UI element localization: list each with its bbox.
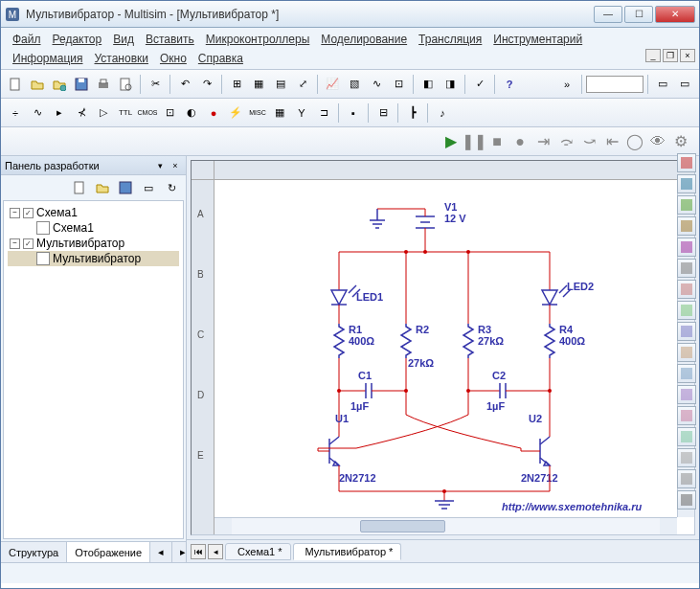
step-into-icon[interactable]: ⇥: [532, 131, 553, 152]
tree-child-multivibrator[interactable]: Мультивибратор: [8, 251, 179, 266]
search-combo[interactable]: [586, 76, 644, 93]
oscilloscope-icon[interactable]: [677, 216, 696, 236]
save-button[interactable]: [71, 74, 92, 95]
tab-nav-prev[interactable]: ◂: [208, 544, 223, 559]
power-icon[interactable]: ⚡: [225, 102, 246, 124]
view1-icon[interactable]: ▭: [652, 74, 673, 95]
word-gen-icon[interactable]: [677, 301, 696, 320]
cmos-icon[interactable]: CMOS: [137, 102, 158, 124]
panel-dropdown-icon[interactable]: ▾: [153, 159, 167, 172]
new-button[interactable]: [5, 74, 26, 95]
new-doc-icon[interactable]: [69, 177, 90, 198]
redo-button[interactable]: ↷: [196, 74, 217, 95]
logic-analyzer-icon[interactable]: [677, 322, 696, 341]
menu-transfer[interactable]: Трансляция: [413, 31, 487, 48]
iv-analyzer-icon[interactable]: [677, 364, 696, 383]
schematic-canvas[interactable]: V1 12 V: [215, 180, 694, 517]
tree-root-multivibrator[interactable]: − Мультивибратор: [8, 236, 179, 251]
menu-view[interactable]: Вид: [107, 31, 140, 48]
component-v1[interactable]: V1 12 V: [416, 201, 466, 228]
tek-scope-icon[interactable]: [677, 490, 696, 510]
indicator-icon[interactable]: ●: [203, 102, 224, 124]
elcheck-icon[interactable]: ✓: [469, 74, 490, 95]
open2-button[interactable]: [49, 74, 70, 95]
open-doc-icon[interactable]: [92, 177, 113, 198]
print-preview-button[interactable]: [115, 74, 136, 95]
junction-icon[interactable]: ♪: [432, 102, 453, 124]
diode-icon[interactable]: ▸: [49, 102, 70, 124]
print-button[interactable]: [93, 74, 114, 95]
collapse-icon[interactable]: −: [10, 238, 20, 249]
source-icon[interactable]: ÷: [5, 102, 26, 124]
spectrum-icon[interactable]: [677, 406, 696, 425]
logic-converter-icon[interactable]: [677, 343, 696, 362]
component-q2[interactable]: U2 2N2712: [521, 413, 558, 484]
menu-tools[interactable]: Инструментарий: [487, 31, 588, 48]
design-tree[interactable]: − Схема1 Схема1 − Мультивибратор Мультив…: [3, 200, 184, 539]
basic-icon[interactable]: ∿: [27, 102, 48, 124]
transistor-icon[interactable]: ⊀: [71, 102, 92, 124]
menu-edit[interactable]: Редактор: [47, 31, 108, 48]
view-doc-icon[interactable]: ▭: [138, 177, 159, 198]
tab-structure[interactable]: Структура: [1, 542, 67, 562]
collapse-icon[interactable]: −: [10, 208, 20, 218]
bode-plotter-icon[interactable]: [677, 259, 696, 278]
postproc-icon[interactable]: ▧: [344, 74, 365, 95]
advanced-icon[interactable]: ▦: [269, 102, 290, 124]
window-close-button[interactable]: ✕: [655, 6, 695, 23]
distortion-icon[interactable]: [677, 385, 696, 404]
component-icon[interactable]: ◧: [418, 74, 439, 95]
breadboard-icon[interactable]: ⊡: [388, 74, 409, 95]
component-r3[interactable]: R3 27kΩ: [463, 324, 504, 358]
refresh-icon[interactable]: ↻: [161, 177, 182, 198]
window-full-icon[interactable]: ⊞: [226, 74, 247, 95]
freq-counter-icon[interactable]: [677, 280, 696, 299]
bus-icon[interactable]: ┣: [402, 102, 423, 124]
checkbox-icon[interactable]: [23, 208, 34, 218]
tab-nav-first[interactable]: ⏮: [191, 544, 206, 559]
settings-icon[interactable]: ⚙: [670, 131, 691, 152]
multimeter-icon[interactable]: [677, 153, 696, 172]
hier-icon[interactable]: ⊟: [373, 102, 394, 124]
checkbox-icon[interactable]: [23, 238, 34, 249]
menu-window[interactable]: Окно: [154, 50, 192, 67]
electromech-icon[interactable]: ⊐: [313, 102, 334, 124]
component-ground-bottom[interactable]: [435, 491, 454, 509]
pause-button[interactable]: ❚❚: [463, 131, 485, 152]
menu-settings[interactable]: Установки: [88, 50, 153, 67]
mdi-restore-button[interactable]: ❐: [663, 49, 678, 62]
menu-simulate[interactable]: Моделирование: [315, 31, 413, 48]
step-back-icon[interactable]: ⇤: [601, 131, 622, 152]
zoom-fit-icon[interactable]: ⤢: [292, 74, 313, 95]
tab-display[interactable]: Отображение: [67, 542, 150, 562]
run-button[interactable]: ▶: [440, 131, 462, 152]
function-gen-icon[interactable]: [677, 174, 696, 193]
mixed-icon[interactable]: ◐: [181, 102, 202, 124]
step-over-icon[interactable]: ⤼: [555, 131, 576, 152]
view2-icon[interactable]: ▭: [674, 74, 695, 95]
window-minimize-button[interactable]: —: [594, 6, 622, 23]
mdi-close-button[interactable]: ×: [680, 49, 695, 62]
ag-scope-icon[interactable]: [677, 448, 696, 467]
wattmeter-icon[interactable]: [677, 195, 696, 215]
spreadsheet-icon[interactable]: ▦: [248, 74, 269, 95]
menu-help[interactable]: Справка: [192, 50, 249, 67]
ttl-icon[interactable]: TTL: [115, 102, 136, 124]
component-r4[interactable]: R4 400Ω: [545, 324, 585, 358]
stop-button[interactable]: ■: [486, 131, 508, 152]
4ch-scope-icon[interactable]: [677, 238, 696, 257]
inuse-icon[interactable]: ◨: [440, 74, 461, 95]
horizontal-scrollbar[interactable]: [215, 517, 677, 534]
watch-icon[interactable]: 👁: [647, 131, 668, 152]
component-r1[interactable]: R1 400Ω: [334, 324, 374, 358]
database-icon[interactable]: ▤: [270, 74, 291, 95]
help-icon[interactable]: ?: [499, 74, 520, 95]
window-maximize-button[interactable]: ☐: [624, 6, 653, 23]
document-tab-schema[interactable]: Схема1 *: [225, 543, 291, 560]
undo-button[interactable]: ↶: [174, 74, 195, 95]
rf-icon[interactable]: Y: [291, 102, 312, 124]
misc-icon[interactable]: MISC: [247, 102, 268, 124]
menu-info[interactable]: Информация: [7, 50, 88, 67]
mcu-icon[interactable]: ▪: [343, 102, 364, 124]
open-button[interactable]: [27, 74, 48, 95]
